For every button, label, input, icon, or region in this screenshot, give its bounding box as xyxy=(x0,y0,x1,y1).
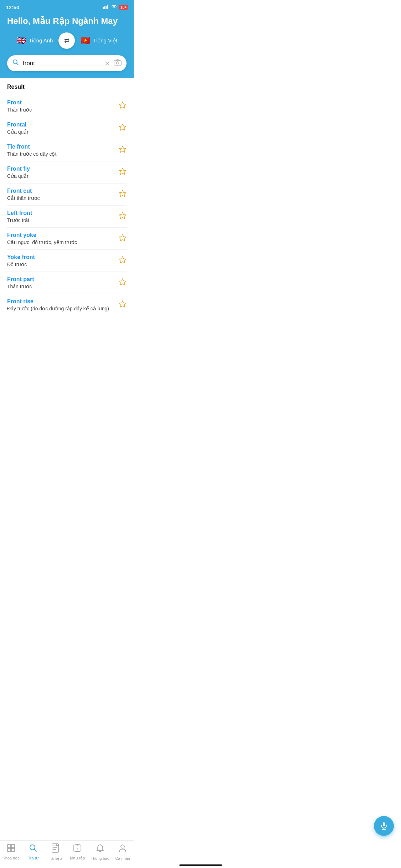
result-text: Front part Thân trước xyxy=(7,276,114,289)
result-text: Front yoke Cầu ngực, đô trước, yếm trước xyxy=(7,232,114,245)
result-text: Front cut Cắt thân trước xyxy=(7,188,114,201)
result-label: Result xyxy=(7,84,127,90)
result-item[interactable]: Front yoke Cầu ngực, đô trước, yếm trước xyxy=(7,228,127,250)
result-text: Front Thân trước xyxy=(7,99,114,113)
camera-button[interactable] xyxy=(114,59,122,67)
favorite-button[interactable] xyxy=(119,234,127,244)
lang1-label: Tiếng Anh xyxy=(29,37,53,44)
header-title: Hello, Mẫu Rập Ngành May xyxy=(7,16,127,26)
result-text: Yoke front Đô trước xyxy=(7,254,114,267)
svg-line-5 xyxy=(17,63,19,65)
header: Hello, Mẫu Rập Ngành May 🇬🇧 Tiếng Anh ⇄ … xyxy=(0,12,134,78)
search-bar: ✕ xyxy=(7,55,127,71)
status-time: 12:50 xyxy=(6,4,19,10)
result-item[interactable]: Front fly Cửa quần xyxy=(7,161,127,184)
favorite-button[interactable] xyxy=(119,101,127,111)
result-en: Front part xyxy=(7,276,114,283)
lang2-flag: 🇻🇳 xyxy=(81,36,90,45)
results-list: Front Thân trước Frontal Cửa quần Tie fr… xyxy=(7,95,127,316)
result-vn: Thân trước có dây cột xyxy=(7,151,114,157)
result-item[interactable]: Front part Thân trước xyxy=(7,272,127,294)
result-vn: Cửa quần xyxy=(7,129,114,135)
result-text: Front rise Đáy trước (đo dọc đường ráp đ… xyxy=(7,298,114,311)
result-text: Front fly Cửa quần xyxy=(7,166,114,179)
svg-rect-0 xyxy=(103,7,104,9)
wifi-icon xyxy=(111,5,117,10)
result-item[interactable]: Left front Trước trái xyxy=(7,206,127,228)
swap-icon: ⇄ xyxy=(64,37,70,45)
result-vn: Cửa quần xyxy=(7,173,114,179)
result-en: Yoke front xyxy=(7,254,114,260)
clear-button[interactable]: ✕ xyxy=(105,60,110,67)
svg-rect-2 xyxy=(106,6,107,9)
result-vn: Trước trái xyxy=(7,217,114,223)
favorite-button[interactable] xyxy=(119,145,127,155)
result-vn: Thân trước xyxy=(7,107,114,113)
status-bar: 12:50 10+ xyxy=(0,0,134,12)
lang2-item: 🇻🇳 Tiếng Việt xyxy=(81,36,117,45)
result-en: Front xyxy=(7,99,114,106)
result-text: Left front Trước trái xyxy=(7,210,114,223)
result-text: Tie front Thân trước có dây cột xyxy=(7,144,114,157)
result-en: Front rise xyxy=(7,298,114,305)
result-en: Frontal xyxy=(7,122,114,128)
lang1-flag: 🇬🇧 xyxy=(16,36,26,45)
result-vn: Đô trước xyxy=(7,262,114,267)
content: Result Front Thân trước Frontal Cửa quần… xyxy=(0,78,134,352)
result-item[interactable]: Yoke front Đô trước xyxy=(7,250,127,272)
lang2-label: Tiếng Việt xyxy=(93,37,117,44)
result-item[interactable]: Tie front Thân trước có dây cột xyxy=(7,139,127,161)
result-en: Tie front xyxy=(7,144,114,150)
result-item[interactable]: Front Thân trước xyxy=(7,95,127,117)
swap-button[interactable]: ⇄ xyxy=(58,32,75,49)
svg-rect-1 xyxy=(104,6,105,9)
favorite-button[interactable] xyxy=(119,300,127,310)
favorite-button[interactable] xyxy=(119,123,127,133)
favorite-button[interactable] xyxy=(119,190,127,200)
battery-icon: 10+ xyxy=(119,5,128,10)
result-text: Frontal Cửa quần xyxy=(7,122,114,135)
svg-point-7 xyxy=(117,62,119,64)
result-en: Left front xyxy=(7,210,114,216)
result-item[interactable]: Front rise Đáy trước (đo dọc đường ráp đ… xyxy=(7,294,127,316)
favorite-button[interactable] xyxy=(119,256,127,266)
result-vn: Cắt thân trước xyxy=(7,195,114,201)
result-en: Front yoke xyxy=(7,232,114,238)
result-item[interactable]: Frontal Cửa quần xyxy=(7,117,127,139)
favorite-button[interactable] xyxy=(119,278,127,288)
search-input[interactable] xyxy=(23,60,101,67)
status-icons: 10+ xyxy=(103,5,128,10)
svg-rect-3 xyxy=(107,5,108,9)
search-icon xyxy=(12,59,19,68)
favorite-button[interactable] xyxy=(119,167,127,177)
result-en: Front cut xyxy=(7,188,114,194)
result-item[interactable]: Front cut Cắt thân trước xyxy=(7,184,127,206)
language-selector: 🇬🇧 Tiếng Anh ⇄ 🇻🇳 Tiếng Việt xyxy=(7,32,127,49)
result-vn: Đáy trước (đo dọc đường ráp đáy kể cả lư… xyxy=(7,306,114,311)
result-en: Front fly xyxy=(7,166,114,172)
lang1-item: 🇬🇧 Tiếng Anh xyxy=(16,36,53,45)
result-vn: Cầu ngực, đô trước, yếm trước xyxy=(7,239,114,245)
svg-rect-6 xyxy=(114,61,121,65)
result-vn: Thân trước xyxy=(7,284,114,289)
favorite-button[interactable] xyxy=(119,212,127,222)
signal-icon xyxy=(103,5,109,10)
